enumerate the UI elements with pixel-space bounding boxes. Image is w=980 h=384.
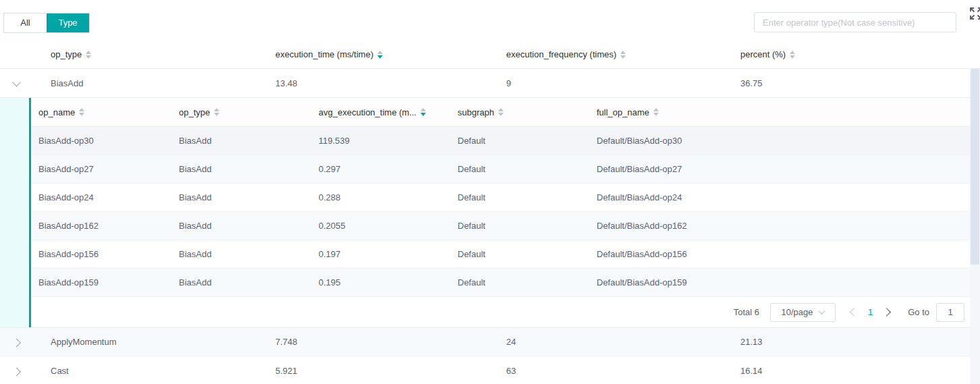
- table-row-applymomentum[interactable]: ApplyMomentum 7.748 24 21.13: [0, 328, 980, 356]
- next-page-button[interactable]: [877, 303, 896, 322]
- sort-caret-icon[interactable]: [653, 108, 659, 116]
- cell-execution-frequency: 63: [506, 366, 740, 376]
- main-table-header: op_type execution_time (ms/time) executi…: [0, 40, 980, 69]
- cell-avg-execution-time: 0.288: [319, 192, 458, 202]
- collapse-row-button[interactable]: [0, 80, 51, 86]
- cell-full-op-name: Default/BiasAdd-op156: [597, 249, 970, 259]
- cell-op-name: BiasAdd-op156: [38, 249, 179, 259]
- column-label: percent (%): [740, 49, 786, 59]
- column-header-op-type[interactable]: op_type: [51, 49, 275, 59]
- sort-caret-icon[interactable]: [79, 108, 84, 116]
- cell-subgraph: Default: [458, 192, 597, 202]
- expanded-detail-section: op_name op_type avg_execution_time (m...…: [0, 97, 980, 328]
- cell-execution-frequency: 24: [506, 337, 740, 347]
- cell-avg-execution-time: 0.195: [319, 277, 458, 287]
- column-header-op-type-detail[interactable]: op_type: [179, 107, 319, 117]
- cell-subgraph: Default: [458, 221, 597, 231]
- page-number-current[interactable]: 1: [868, 307, 873, 317]
- detail-row[interactable]: BiasAdd-op156 BiasAdd 0.197 Default Defa…: [31, 240, 970, 269]
- cell-op-name: BiasAdd-op27: [38, 164, 179, 174]
- cell-op-type: BiasAdd: [179, 249, 319, 259]
- sort-caret-icon-desc-active[interactable]: [377, 51, 383, 59]
- detail-row[interactable]: BiasAdd-op30 BiasAdd 119.539 Default Def…: [31, 127, 970, 155]
- cell-op-type: BiasAdd: [179, 136, 319, 146]
- vertical-scrollbar-track: [970, 69, 980, 384]
- cell-op-type: BiasAdd: [51, 78, 275, 88]
- toolbar: All Type: [0, 0, 980, 40]
- cell-full-op-name: Default/BiasAdd-op162: [597, 221, 970, 231]
- column-label: execution_frequency (times): [506, 49, 616, 59]
- operator-type-search-input[interactable]: [754, 12, 956, 32]
- column-header-op-name[interactable]: op_name: [38, 107, 179, 117]
- cell-avg-execution-time: 0.197: [319, 249, 458, 259]
- prev-page-button[interactable]: [845, 303, 864, 322]
- sort-caret-icon[interactable]: [790, 51, 795, 59]
- tab-all[interactable]: All: [4, 13, 47, 32]
- cell-full-op-name: Default/BiasAdd-op30: [597, 136, 970, 146]
- column-label: op_name: [38, 107, 75, 117]
- sort-caret-icon-desc-active[interactable]: [420, 108, 426, 116]
- sort-caret-icon[interactable]: [620, 51, 626, 59]
- page-size-value: 10/page: [781, 307, 813, 317]
- cell-subgraph: Default: [458, 164, 597, 174]
- cell-execution-frequency: 9: [506, 78, 740, 88]
- detail-pagination: Total 6 10/page 1 Go to: [31, 297, 970, 327]
- detail-row[interactable]: BiasAdd-op27 BiasAdd 0.297 Default Defau…: [31, 155, 970, 184]
- cell-subgraph: Default: [458, 277, 597, 287]
- cell-op-name: BiasAdd-op30: [38, 136, 179, 146]
- cell-op-name: BiasAdd-op24: [38, 192, 179, 202]
- column-label: avg_execution_time (m...: [319, 107, 416, 117]
- cell-execution-time: 7.748: [275, 337, 506, 347]
- chevron-left-icon: [850, 308, 859, 317]
- filter-tab-group: All Type: [3, 13, 90, 33]
- detail-row[interactable]: BiasAdd-op159 BiasAdd 0.195 Default Defa…: [31, 269, 970, 297]
- detail-row[interactable]: BiasAdd-op24 BiasAdd 0.288 Default Defau…: [31, 184, 970, 212]
- column-label: subgraph: [458, 107, 494, 117]
- column-header-avg-execution-time[interactable]: avg_execution_time (m...: [319, 107, 458, 117]
- cell-op-name: BiasAdd-op162: [38, 221, 179, 231]
- cell-op-type: ApplyMomentum: [51, 337, 275, 347]
- cell-avg-execution-time: 119.539: [319, 136, 458, 146]
- page-size-select[interactable]: 10/page: [770, 303, 836, 322]
- sort-caret-icon[interactable]: [214, 108, 219, 116]
- cell-op-type: BiasAdd: [179, 164, 319, 174]
- cell-op-type: BiasAdd: [179, 277, 319, 287]
- column-label: op_type: [51, 49, 82, 59]
- cell-subgraph: Default: [458, 136, 597, 146]
- detail-row[interactable]: BiasAdd-op162 BiasAdd 0.2055 Default Def…: [31, 212, 970, 240]
- column-header-percent[interactable]: percent (%): [740, 49, 970, 59]
- cell-percent: 21.13: [740, 337, 970, 347]
- column-header-execution-frequency[interactable]: execution_frequency (times): [506, 49, 740, 59]
- chevron-down-icon: [12, 78, 21, 86]
- column-header-full-op-name[interactable]: full_op_name: [597, 107, 970, 117]
- detail-gutter: [0, 98, 29, 327]
- sort-caret-icon[interactable]: [86, 51, 91, 59]
- sort-caret-icon[interactable]: [498, 108, 503, 116]
- expand-row-button[interactable]: [0, 368, 51, 374]
- cell-full-op-name: Default/BiasAdd-op159: [597, 277, 970, 287]
- chevron-down-icon: [819, 308, 825, 314]
- cell-op-type: BiasAdd: [179, 221, 319, 231]
- table-row-biasadd[interactable]: BiasAdd 13.48 9 36.75: [0, 69, 980, 97]
- column-header-execution-time[interactable]: execution_time (ms/time): [275, 49, 506, 59]
- cell-full-op-name: Default/BiasAdd-op27: [597, 164, 970, 174]
- column-label: op_type: [179, 107, 210, 117]
- vertical-scrollbar-thumb[interactable]: [971, 69, 979, 265]
- column-header-subgraph[interactable]: subgraph: [458, 107, 597, 117]
- expand-row-button[interactable]: [0, 339, 51, 345]
- cell-op-name: BiasAdd-op159: [38, 277, 179, 287]
- tab-type[interactable]: Type: [47, 13, 89, 32]
- cell-full-op-name: Default/BiasAdd-op24: [597, 192, 970, 202]
- cell-op-type: BiasAdd: [179, 192, 319, 202]
- table-row-cast[interactable]: Cast 5.921 63 16.14: [0, 356, 980, 384]
- fullscreen-icon[interactable]: [969, 6, 980, 21]
- cell-avg-execution-time: 0.297: [319, 164, 458, 174]
- pagination-total: Total 6: [734, 307, 759, 317]
- column-label: execution_time (ms/time): [275, 49, 373, 59]
- cell-percent: 16.14: [740, 366, 970, 376]
- cell-subgraph: Default: [458, 249, 597, 259]
- chevron-right-icon: [12, 367, 21, 376]
- cell-percent: 36.75: [740, 78, 970, 88]
- goto-label: Go to: [908, 307, 929, 317]
- goto-page-input[interactable]: [936, 303, 964, 322]
